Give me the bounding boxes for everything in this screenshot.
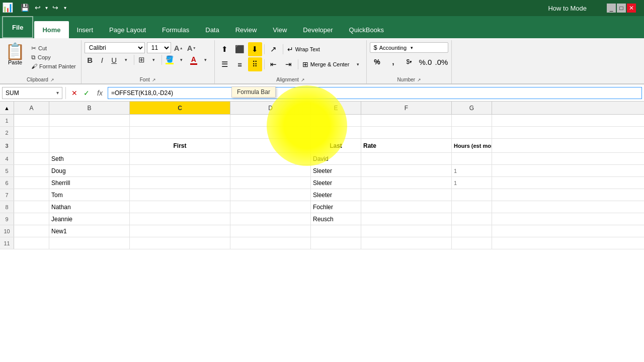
col-header-b[interactable]: B: [49, 102, 130, 114]
tab-review[interactable]: Review: [227, 21, 265, 38]
cell-e10[interactable]: [311, 225, 361, 237]
font-color-dropdown[interactable]: ▾: [200, 54, 211, 65]
cell-e7[interactable]: Sleeter: [311, 189, 361, 201]
col-header-a[interactable]: A: [14, 102, 49, 114]
tab-formulas[interactable]: Formulas: [154, 21, 197, 38]
row-num[interactable]: 2: [0, 127, 14, 138]
font-expand-icon[interactable]: ↗: [152, 77, 156, 82]
fill-color-dropdown[interactable]: ▾: [176, 54, 187, 65]
cell-c3[interactable]: First: [130, 139, 230, 152]
cell-e5[interactable]: Sleeter: [311, 165, 361, 176]
increase-decimal-btn[interactable]: %.0: [418, 55, 432, 69]
redo-btn[interactable]: ↪: [50, 2, 61, 13]
clipboard-expand-icon[interactable]: ↗: [50, 77, 54, 82]
cell-e6[interactable]: Sleeter: [311, 177, 361, 189]
cell-f9[interactable]: [361, 213, 452, 225]
cell-d7[interactable]: [230, 189, 311, 201]
cell-d6[interactable]: [230, 177, 311, 189]
cell-d4[interactable]: [230, 153, 311, 164]
cell-e3[interactable]: Last: [311, 139, 361, 152]
cell-f2[interactable]: [361, 127, 452, 138]
col-header-c[interactable]: C: [130, 102, 230, 114]
row-num[interactable]: 3: [0, 139, 14, 152]
cell-g1[interactable]: [452, 115, 492, 126]
cell-g10[interactable]: [452, 225, 492, 237]
cell-e11[interactable]: [311, 237, 361, 249]
borders-dropdown[interactable]: ▾: [148, 54, 159, 65]
cell-d5[interactable]: [230, 165, 311, 176]
cancel-formula-btn[interactable]: ✕: [69, 87, 80, 99]
font-size-select[interactable]: 11: [147, 42, 171, 53]
cell-b9[interactable]: Jeannie: [49, 213, 130, 225]
cell-b7[interactable]: Tom: [49, 189, 130, 201]
increase-indent-btn[interactable]: ⇥: [282, 57, 296, 71]
save-qat-btn[interactable]: 💾: [19, 2, 30, 13]
col-header-d[interactable]: D: [230, 102, 311, 114]
cell-a5[interactable]: [14, 165, 49, 176]
align-right-btn[interactable]: ⠿: [248, 57, 262, 71]
row-num[interactable]: 8: [0, 201, 14, 213]
comma-button[interactable]: ,: [386, 55, 400, 69]
decrease-decimal-btn[interactable]: .0%: [434, 55, 448, 69]
row-num[interactable]: 6: [0, 177, 14, 189]
maximize-btn[interactable]: □: [617, 4, 626, 13]
fill-color-button[interactable]: 🪣: [164, 55, 175, 64]
row-header-corner[interactable]: ▲: [0, 102, 14, 114]
cell-f7[interactable]: [361, 189, 452, 201]
cell-a6[interactable]: [14, 177, 49, 189]
col-header-e[interactable]: E: [311, 102, 361, 114]
dollar-button[interactable]: $ ▾: [402, 55, 416, 69]
cell-c11[interactable]: [130, 237, 230, 249]
cell-d8[interactable]: [230, 201, 311, 213]
cell-f5[interactable]: [361, 165, 452, 176]
wrap-text-button[interactable]: ↵ Wrap Text: [285, 44, 322, 54]
minimize-btn[interactable]: _: [607, 4, 616, 13]
paste-button[interactable]: 📋 Paste: [3, 42, 27, 66]
cell-d2[interactable]: [230, 127, 311, 138]
cell-b11[interactable]: [49, 237, 130, 249]
cell-f3[interactable]: Rate: [361, 139, 452, 152]
underline-button[interactable]: U: [109, 54, 120, 65]
cell-b2[interactable]: [49, 127, 130, 138]
more-qat-btn[interactable]: ▾: [64, 5, 66, 11]
cell-b8[interactable]: Nathan: [49, 201, 130, 213]
row-num[interactable]: 5: [0, 165, 14, 176]
cell-b3[interactable]: [49, 139, 130, 152]
row-num[interactable]: 11: [0, 237, 14, 249]
decrease-font-btn[interactable]: A▼: [186, 42, 197, 53]
formula-input[interactable]: [108, 87, 642, 99]
tab-home[interactable]: Home: [34, 21, 68, 38]
cell-g6[interactable]: 1: [452, 177, 492, 189]
tab-developer[interactable]: Developer: [295, 21, 341, 38]
cell-c10[interactable]: [130, 225, 230, 237]
cell-e1[interactable]: [311, 115, 361, 126]
row-num[interactable]: 1: [0, 115, 14, 126]
cell-f6[interactable]: [361, 177, 452, 189]
cell-d11[interactable]: [230, 237, 311, 249]
row-num[interactable]: 9: [0, 213, 14, 225]
italic-button[interactable]: I: [97, 54, 108, 65]
cell-f1[interactable]: [361, 115, 452, 126]
cell-e8[interactable]: Fochler: [311, 201, 361, 213]
cell-g7[interactable]: [452, 189, 492, 201]
cell-a1[interactable]: [14, 115, 49, 126]
cell-b5[interactable]: Doug: [49, 165, 130, 176]
cut-button[interactable]: ✂ Cut: [29, 44, 78, 52]
cell-c2[interactable]: [130, 127, 230, 138]
percent-button[interactable]: %: [370, 55, 384, 69]
cell-c9[interactable]: [130, 213, 230, 225]
col-header-g[interactable]: G: [452, 102, 492, 114]
cell-b10[interactable]: New1: [49, 225, 130, 237]
align-bottom-btn[interactable]: ⬇: [248, 42, 262, 56]
cell-g2[interactable]: [452, 127, 492, 138]
tab-quickbooks[interactable]: QuickBooks: [341, 21, 392, 38]
cell-b1[interactable]: [49, 115, 130, 126]
tab-pagelayout[interactable]: Page Layout: [101, 21, 154, 38]
cell-a11[interactable]: [14, 237, 49, 249]
fx-button[interactable]: fx: [94, 89, 106, 97]
cell-b6[interactable]: Sherrill: [49, 177, 130, 189]
cell-d9[interactable]: [230, 213, 311, 225]
cell-g5[interactable]: 1: [452, 165, 492, 176]
borders-button[interactable]: ⊞: [136, 54, 147, 65]
cell-a2[interactable]: [14, 127, 49, 138]
